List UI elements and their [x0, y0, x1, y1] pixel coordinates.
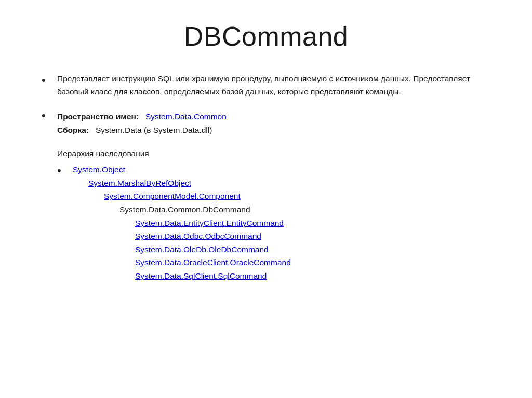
hierarchy-section: Иерархия наследования • System.ObjectSys…: [57, 147, 490, 282]
bullet-1: •: [42, 73, 53, 89]
namespace-block: Пространство имен: System.Data.Common Сб…: [57, 110, 490, 138]
namespace-content: Пространство имен: System.Data.Common Сб…: [57, 108, 490, 287]
hierarchy-item[interactable]: System.Object: [73, 163, 291, 176]
hierarchy-list-item: • System.ObjectSystem.MarshalByRefObject…: [57, 163, 490, 282]
list-item-namespace: • Пространство имен: System.Data.Common …: [42, 108, 490, 287]
hierarchy-item[interactable]: System.ComponentModel.Component: [73, 189, 291, 203]
hierarchy-item[interactable]: System.Data.EntityClient.EntityCommand: [73, 216, 291, 230]
hierarchy-item[interactable]: System.Data.SqlClient.SqlCommand: [73, 269, 291, 283]
hierarchy-item[interactable]: System.Data.OracleClient.OracleCommand: [73, 256, 291, 269]
description-content: Представляет инструкцию SQL или хранимую…: [57, 73, 490, 99]
hierarchy-item: System.Data.Common.DbCommand: [73, 203, 291, 216]
page-title: DBCommand: [42, 21, 490, 52]
hierarchy-label: Иерархия наследования: [57, 147, 490, 160]
assembly-label: Сборка:: [57, 126, 89, 134]
hierarchy-tree: System.ObjectSystem.MarshalByRefObjectSy…: [73, 163, 291, 282]
bullet-2: •: [42, 108, 53, 124]
assembly-text: System.Data (в System.Data.dll): [96, 126, 212, 134]
hierarchy-item[interactable]: System.Data.Odbc.OdbcCommand: [73, 229, 291, 243]
h-bullet: •: [57, 163, 69, 179]
hierarchy-item[interactable]: System.Data.OleDb.OleDbCommand: [73, 243, 291, 256]
main-list: • Представляет инструкцию SQL или храним…: [42, 73, 490, 286]
hierarchy-list: • System.ObjectSystem.MarshalByRefObject…: [57, 163, 490, 282]
content-area: • Представляет инструкцию SQL или храним…: [42, 73, 490, 286]
hierarchy-item[interactable]: System.MarshalByRefObject: [73, 176, 291, 190]
list-item-description: • Представляет инструкцию SQL или храним…: [42, 73, 490, 99]
description-text: Представляет инструкцию SQL или хранимую…: [57, 74, 470, 96]
namespace-label: Пространство имен:: [57, 112, 139, 121]
namespace-link[interactable]: System.Data.Common: [145, 112, 227, 121]
